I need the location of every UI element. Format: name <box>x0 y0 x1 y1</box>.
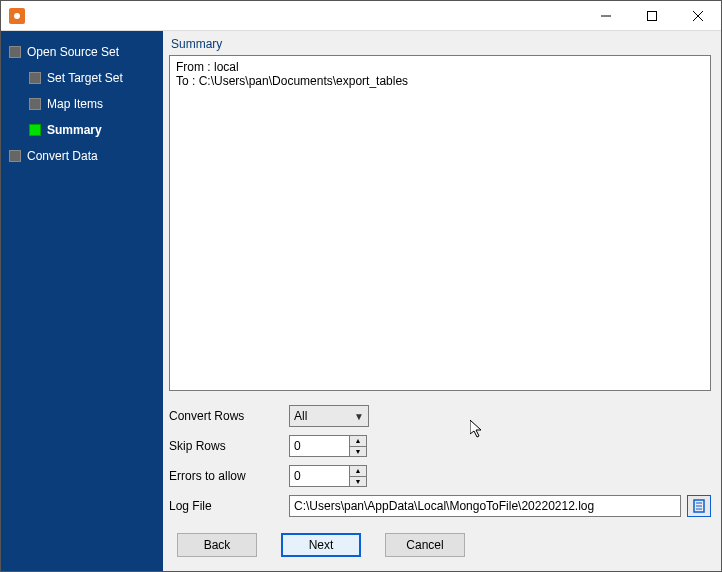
step-status-icon <box>9 150 21 162</box>
step-status-icon <box>29 72 41 84</box>
chevron-down-icon: ▼ <box>354 411 364 422</box>
button-bar: Back Next Cancel <box>169 517 711 561</box>
label-log-file: Log File <box>169 499 289 513</box>
file-icon <box>692 499 706 513</box>
svg-rect-1 <box>648 11 657 20</box>
sidebar-item-convert-data[interactable]: Convert Data <box>1 143 163 169</box>
label-convert-rows: Convert Rows <box>169 409 289 423</box>
skip-rows-input[interactable] <box>289 435 349 457</box>
sidebar-item-set-target-set[interactable]: Set Target Set <box>1 65 163 91</box>
log-file-input[interactable] <box>289 495 681 517</box>
sidebar-item-label: Open Source Set <box>27 45 119 59</box>
cancel-button[interactable]: Cancel <box>385 533 465 557</box>
spin-up-icon[interactable]: ▲ <box>350 466 366 477</box>
back-button[interactable]: Back <box>177 533 257 557</box>
errors-allow-spinner[interactable]: ▲ ▼ <box>289 465 369 487</box>
sidebar-item-label: Summary <box>47 123 102 137</box>
step-status-icon <box>9 46 21 58</box>
spin-down-icon[interactable]: ▼ <box>350 477 366 487</box>
label-errors-allow: Errors to allow <box>169 469 289 483</box>
sidebar-item-map-items[interactable]: Map Items <box>1 91 163 117</box>
browse-log-button[interactable] <box>687 495 711 517</box>
summary-textarea[interactable]: From : local To : C:\Users\pan\Documents… <box>169 55 711 391</box>
spin-down-icon[interactable]: ▼ <box>350 447 366 457</box>
titlebar <box>1 1 721 31</box>
wizard-sidebar: Open Source SetSet Target SetMap ItemsSu… <box>1 31 163 571</box>
step-status-icon <box>29 124 41 136</box>
close-button[interactable] <box>675 1 721 31</box>
sidebar-item-label: Convert Data <box>27 149 98 163</box>
sidebar-item-open-source-set[interactable]: Open Source Set <box>1 39 163 65</box>
sidebar-item-summary[interactable]: Summary <box>1 117 163 143</box>
minimize-button[interactable] <box>583 1 629 31</box>
errors-allow-input[interactable] <box>289 465 349 487</box>
section-title: Summary <box>171 37 711 51</box>
convert-rows-value: All <box>294 409 307 423</box>
main-panel: Summary From : local To : C:\Users\pan\D… <box>163 31 721 571</box>
maximize-button[interactable] <box>629 1 675 31</box>
convert-rows-select[interactable]: All ▼ <box>289 405 369 427</box>
label-skip-rows: Skip Rows <box>169 439 289 453</box>
sidebar-item-label: Set Target Set <box>47 71 123 85</box>
sidebar-item-label: Map Items <box>47 97 103 111</box>
app-icon <box>9 8 25 24</box>
next-button[interactable]: Next <box>281 533 361 557</box>
spin-up-icon[interactable]: ▲ <box>350 436 366 447</box>
skip-rows-spinner[interactable]: ▲ ▼ <box>289 435 369 457</box>
step-status-icon <box>29 98 41 110</box>
